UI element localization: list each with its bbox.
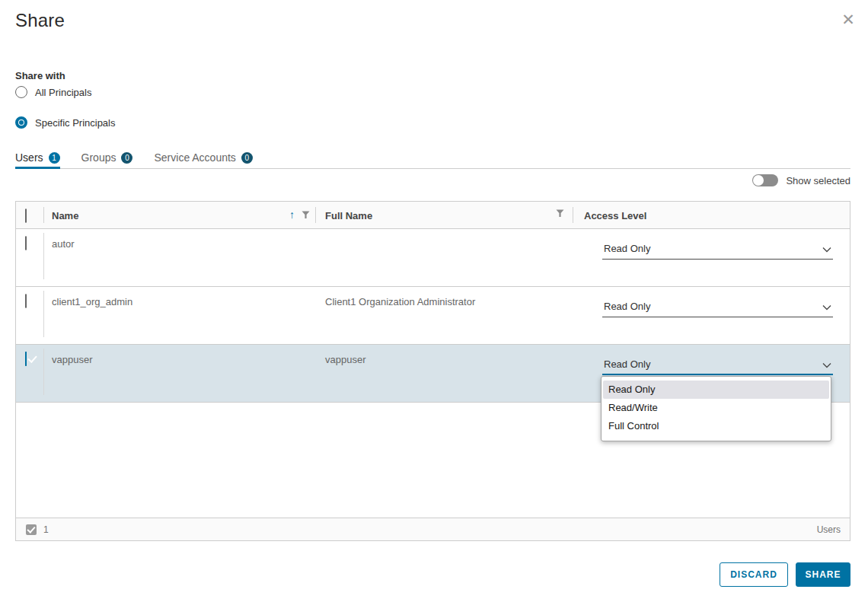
radio-dot-icon[interactable]: [15, 116, 27, 129]
footer-selected-checkbox-icon[interactable]: [26, 524, 37, 535]
radio-specific-principals-label: Specific Principals: [35, 117, 116, 129]
filter-icon[interactable]: [556, 209, 564, 218]
share-dialog: Share ✕ Share with All Principals Specif…: [0, 0, 868, 602]
column-full-name-label: Full Name: [325, 210, 372, 221]
users-datagrid: Name ↑ Full Name Access Level autor: [15, 201, 850, 541]
tab-service-accounts-count-badge: 0: [241, 152, 253, 164]
tab-users-label: Users: [15, 151, 43, 164]
radio-circle-icon[interactable]: [15, 86, 27, 98]
cell-name: autor: [44, 229, 316, 286]
table-row-client1-org-admin: client1_org_admin Client1 Organization A…: [16, 287, 850, 345]
column-name-label: Name: [52, 210, 78, 221]
radio-specific-principals[interactable]: Specific Principals: [15, 116, 116, 129]
grid-header-row: Name ↑ Full Name Access Level: [16, 202, 850, 229]
principal-tabs: Users 1 Groups 0 Service Accounts 0: [15, 149, 850, 169]
access-level-value: Read Only: [604, 301, 650, 312]
cell-name: client1_org_admin: [44, 287, 316, 344]
tab-users-count-badge: 1: [49, 152, 60, 164]
row-checkbox[interactable]: [25, 236, 27, 250]
footer-entity-label: Users: [817, 524, 841, 535]
cell-full-name: vappuser: [316, 345, 573, 402]
grid-footer: 1 Users: [16, 518, 850, 540]
cell-access-level: Read Only: [573, 287, 850, 344]
show-selected-toggle[interactable]: [752, 174, 778, 186]
column-header-name[interactable]: Name ↑: [44, 202, 316, 228]
tab-groups-count-badge: 0: [121, 152, 132, 164]
column-access-level-label: Access Level: [584, 210, 646, 221]
tab-groups-label: Groups: [81, 151, 116, 164]
select-all-checkbox[interactable]: [25, 209, 27, 223]
cell-access-level: Read Only: [573, 229, 850, 286]
access-level-select-open[interactable]: Read Only: [602, 356, 833, 375]
show-selected-label: Show selected: [786, 175, 850, 186]
cell-full-name: Client1 Organization Administrator: [316, 287, 573, 344]
chevron-down-icon: [822, 362, 831, 368]
discard-button[interactable]: DISCARD: [720, 562, 788, 587]
dropdown-option-full-control[interactable]: Full Control: [602, 417, 831, 435]
tab-service-accounts[interactable]: Service Accounts 0: [154, 149, 252, 169]
row-checkbox-checked[interactable]: [25, 352, 27, 366]
chevron-down-icon: [822, 304, 831, 311]
access-level-dropdown-menu: Read Only Read/Write Full Control: [601, 376, 831, 441]
share-button[interactable]: SHARE: [796, 562, 850, 587]
show-selected-control: Show selected: [752, 174, 850, 186]
tab-service-accounts-label: Service Accounts: [154, 151, 235, 164]
toggle-knob: [753, 175, 764, 186]
table-row-autor: autor Read Only: [16, 229, 850, 287]
column-header-full-name[interactable]: Full Name: [316, 202, 573, 228]
close-icon[interactable]: ✕: [838, 10, 858, 30]
access-level-select[interactable]: Read Only: [602, 298, 833, 317]
access-level-select[interactable]: Read Only: [602, 240, 833, 260]
dialog-title: Share: [15, 10, 65, 31]
radio-all-principals[interactable]: All Principals: [15, 86, 91, 98]
filter-icon[interactable]: [302, 211, 310, 219]
name-column-icons: ↑: [289, 209, 310, 220]
chevron-down-icon: [822, 247, 831, 253]
tab-users[interactable]: Users 1: [15, 149, 60, 169]
cell-full-name: [316, 229, 573, 286]
footer-selected-count: 1: [43, 524, 49, 535]
radio-all-principals-label: All Principals: [35, 87, 91, 98]
row-checkbox-cell: [16, 287, 44, 344]
full-name-column-icons: [556, 209, 564, 218]
access-level-value: Read Only: [604, 243, 650, 254]
share-with-label: Share with: [15, 70, 65, 81]
row-checkbox-cell: [16, 229, 44, 286]
cell-name: vappuser: [44, 345, 316, 402]
dropdown-option-read-only[interactable]: Read Only: [603, 381, 829, 399]
column-header-access-level: Access Level: [573, 202, 850, 228]
tab-groups[interactable]: Groups 0: [81, 149, 133, 169]
row-checkbox[interactable]: [25, 294, 27, 308]
row-checkbox-cell: [16, 345, 44, 402]
access-level-value: Read Only: [604, 358, 650, 370]
dropdown-option-read-write[interactable]: Read/Write: [602, 399, 831, 417]
header-checkbox-cell: [16, 202, 44, 228]
sort-ascending-icon[interactable]: ↑: [289, 209, 295, 220]
